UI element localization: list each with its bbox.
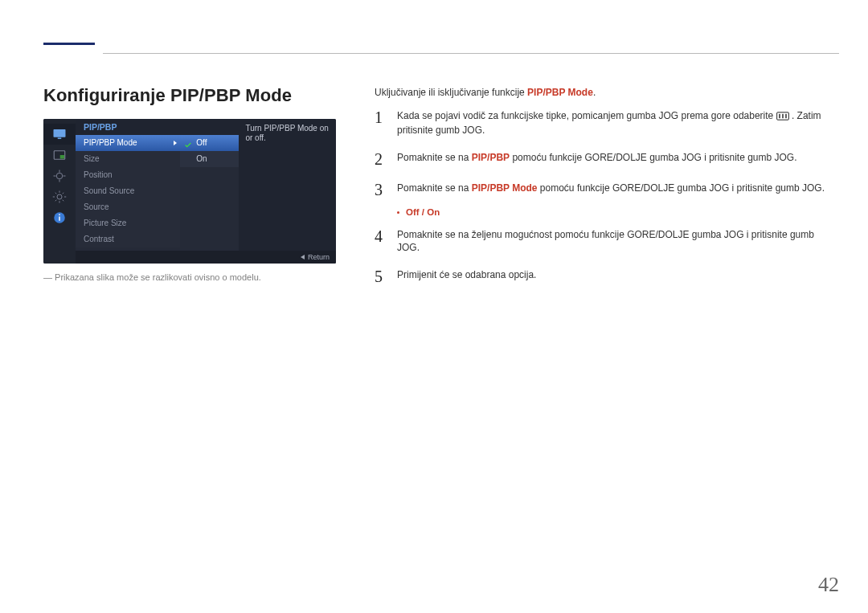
osd-item: Position [76,167,180,183]
step-number: 4 [375,228,386,244]
step-text: Pomaknite se na PIP/PBP Mode pomoću funk… [397,182,825,194]
step-1-a: Kada se pojavi vodič za funkcijske tipke… [397,110,776,121]
pip-icon [43,145,76,166]
osd-item: Source [76,199,180,215]
step-3-highlight: PIP/PBP Mode [472,182,538,194]
step-3: 3 Pomaknite se na PIP/PBP Mode pomoću fu… [375,182,839,198]
step-number: 2 [375,151,386,167]
step-number: 3 [375,182,386,198]
info-icon [43,207,76,228]
menu-icon [776,111,789,124]
monitor-icon [43,124,76,145]
back-triangle-icon [301,255,305,260]
svg-rect-10 [782,114,783,118]
step-3-b: pomoću funkcije GORE/DOLJE gumba JOG i p… [538,182,825,194]
osd-item: Size [76,151,180,167]
steps-list: 1 Kada se pojavi vodič za funkcijske tip… [375,109,839,284]
step-5: 5 Primijenit će se odabrana opcija. [375,268,839,284]
svg-rect-9 [779,114,780,118]
osd-value-selected: Off [180,135,239,151]
bullet-off-on: Off / On [397,207,839,217]
svg-rect-7 [59,215,60,216]
osd-item: Contrast [76,231,180,247]
osd-help-text: Turn PIP/PBP Mode on or off. [239,119,336,264]
target-icon [43,166,76,186]
right-column: Uključivanje ili isključivanje funkcije … [375,85,839,284]
footnote: ― Prikazana slika može se razlikovati ov… [43,272,336,283]
bullet-dot [397,211,399,214]
step-2: 2 Pomaknite se na PIP/PBP pomoću funkcij… [375,151,839,167]
osd-sidebar [43,119,76,264]
svg-rect-1 [58,138,62,140]
osd-return-label: Return [308,253,330,261]
intro-line: Uključivanje ili isključivanje funkcije … [375,87,839,98]
page: Konfiguriranje PIP/PBP Mode PIP/PBP PIP/… [0,0,868,613]
footnote-text: Prikazana slika može se razlikovati ovis… [55,272,261,282]
step-2-a: Pomaknite se na [397,152,472,163]
step-2-b: pomoću funkcije GORE/DOLJE gumba JOG i p… [510,152,796,163]
osd-screenshot: PIP/PBP PIP/PBP Mode Size Position Sound… [43,119,336,264]
osd-item: Sound Source [76,183,180,199]
header-accent [43,43,95,45]
svg-rect-11 [785,114,786,118]
step-number: 5 [375,268,386,284]
svg-rect-0 [54,129,66,137]
svg-point-4 [56,173,63,179]
content-area: Konfiguriranje PIP/PBP Mode PIP/PBP PIP/… [43,85,839,284]
page-number: 42 [818,573,839,597]
osd-item-selected: PIP/PBP Mode [76,135,180,151]
svg-rect-3 [60,155,64,159]
footnote-dash: ― [43,272,55,282]
step-text: Kada se pojavi vodič za funkcijske tipke… [397,109,839,137]
intro-suffix: . [593,87,596,98]
step-number: 1 [375,109,386,125]
intro-highlight: PIP/PBP Mode [527,87,593,98]
check-icon [184,139,192,147]
header-rule [103,53,839,54]
osd-spacer [180,119,239,135]
osd-item: Picture Size [76,215,180,231]
gear-icon [43,186,76,207]
osd-header: PIP/PBP [76,119,180,135]
step-1: 1 Kada se pojavi vodič za funkcijske tip… [375,109,839,137]
step-3-a: Pomaknite se na [397,182,472,194]
step-2-highlight: PIP/PBP [472,152,510,163]
osd-values: Off On [180,119,239,264]
osd-value: On [180,151,239,167]
intro-prefix: Uključivanje ili isključivanje funkcije [375,87,527,98]
left-column: Konfiguriranje PIP/PBP Mode PIP/PBP PIP/… [43,85,336,284]
osd-menu: PIP/PBP PIP/PBP Mode Size Position Sound… [76,119,180,264]
step-text: Primijenit će se odabrana opcija. [397,268,536,281]
osd-footer: Return [76,251,336,264]
section-title: Konfiguriranje PIP/PBP Mode [43,85,336,106]
bullet-text: Off / On [406,207,440,217]
step-4: 4 Pomaknite se na željenu mogućnost pomo… [375,228,839,254]
osd-value-label: Off [196,138,207,147]
step-text: Pomaknite se na željenu mogućnost pomoću… [397,228,839,254]
svg-rect-6 [59,217,60,221]
step-text: Pomaknite se na PIP/PBP pomoću funkcije … [397,151,797,164]
